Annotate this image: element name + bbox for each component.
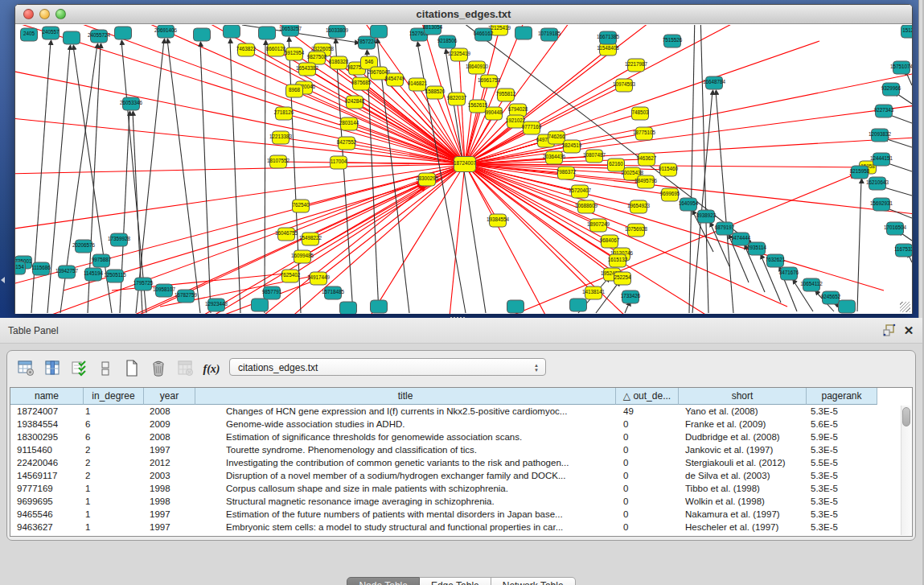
graph-node[interactable]: 2935114 bbox=[747, 242, 767, 255]
table-row[interactable]: 911546021997Tourette syndrome. Phenomeno… bbox=[10, 443, 912, 456]
graph-node[interactable]: 15498222 bbox=[299, 233, 322, 245]
graph-node[interactable]: 8813054 bbox=[423, 25, 443, 35]
graph-node[interactable]: 9474444 bbox=[731, 233, 751, 245]
column-header[interactable]: in_degree bbox=[84, 388, 144, 405]
graph-node[interactable] bbox=[194, 28, 211, 41]
graph-node[interactable] bbox=[115, 27, 132, 39]
column-header[interactable]: short bbox=[679, 388, 807, 405]
graph-node[interactable]: 8938923 bbox=[696, 210, 717, 223]
graph-node[interactable]: 12325419 bbox=[448, 48, 471, 61]
graph-node[interactable]: 12505115 bbox=[104, 270, 126, 282]
graph-node[interactable]: 1640954 bbox=[679, 198, 699, 211]
graph-node[interactable]: 16210643 bbox=[866, 177, 889, 190]
graph-node[interactable]: 17359928 bbox=[108, 233, 131, 246]
graph-node[interactable]: 1588520 bbox=[425, 86, 446, 99]
function-builder-button[interactable]: f(x) bbox=[201, 359, 222, 380]
float-panel-button[interactable] bbox=[882, 323, 897, 338]
graph-node[interactable]: 6879197 bbox=[715, 222, 735, 235]
graph-node[interactable]: 240557 bbox=[42, 27, 60, 39]
graph-node[interactable]: 10688609 bbox=[575, 200, 598, 213]
graph-node[interactable]: 10807487 bbox=[583, 150, 606, 163]
graph-node[interactable]: 8471676 bbox=[779, 267, 799, 280]
graph-node[interactable]: 20691406 bbox=[154, 25, 178, 38]
tab-node-table[interactable]: Node Table bbox=[347, 577, 420, 585]
graph-node[interactable]: 14138141 bbox=[582, 286, 606, 299]
graph-node[interactable]: 1795725 bbox=[133, 278, 154, 290]
table-scrollbar-thumb[interactable] bbox=[902, 407, 910, 426]
graph-node[interactable]: 26053346 bbox=[120, 97, 143, 110]
graph-node[interactable]: 16543382 bbox=[296, 63, 319, 76]
graph-node[interactable]: 9245652 bbox=[821, 291, 841, 304]
graph-node[interactable]: 16046755 bbox=[275, 228, 298, 241]
network-canvas-svg[interactable]: 1872400718300295193845547463822866012859… bbox=[15, 25, 912, 314]
graph-node[interactable] bbox=[340, 302, 357, 314]
column-header[interactable]: title bbox=[195, 388, 616, 405]
graph-node[interactable]: 9777169 bbox=[522, 122, 542, 134]
window-titlebar[interactable]: citations_edges.txt bbox=[15, 5, 912, 24]
new-table-button[interactable] bbox=[121, 359, 142, 380]
table-settings-button[interactable] bbox=[15, 359, 36, 380]
select-column-button[interactable] bbox=[42, 359, 63, 380]
graph-node[interactable]: 748503 bbox=[631, 107, 649, 120]
graph-node[interactable]: 2718126 bbox=[274, 107, 294, 120]
graph-node[interactable]: 14917449 bbox=[307, 272, 331, 285]
graph-node[interactable]: 7463822 bbox=[236, 43, 257, 56]
graph-node[interactable]: 7986372 bbox=[556, 167, 577, 179]
window-resize-grip[interactable] bbox=[900, 302, 910, 312]
graph-node[interactable]: 18300295 bbox=[416, 173, 439, 186]
column-header[interactable]: name bbox=[10, 388, 84, 405]
graph-node[interactable]: 18775105 bbox=[633, 127, 656, 140]
graph-node[interactable]: 252254 bbox=[614, 272, 631, 285]
close-panel-button[interactable]: ✕ bbox=[901, 323, 916, 338]
graph-node[interactable]: 12093832 bbox=[869, 129, 892, 142]
table-row[interactable]: 946554611997Estimation of the future num… bbox=[10, 508, 912, 521]
graph-node[interactable]: 7625402 bbox=[281, 270, 301, 282]
graph-node[interactable]: 5912954 bbox=[285, 47, 305, 60]
graph-node[interactable]: 762540 bbox=[292, 200, 310, 212]
graph-node[interactable]: 1167533 bbox=[894, 244, 912, 257]
graph-node[interactable]: 9242848 bbox=[345, 96, 365, 109]
graph-node[interactable] bbox=[224, 25, 240, 38]
graph-node[interactable]: 15692931 bbox=[870, 198, 893, 211]
graph-node[interactable]: 19654923 bbox=[627, 200, 651, 213]
graph-node[interactable]: 18495796 bbox=[634, 175, 658, 188]
graph-node[interactable]: 16671385 bbox=[597, 31, 620, 44]
graph-node[interactable] bbox=[252, 299, 269, 311]
column-header[interactable]: pagerank bbox=[807, 388, 877, 405]
graph-node[interactable]: 1615132 bbox=[608, 254, 628, 267]
graph-node[interactable]: 8427552 bbox=[337, 137, 357, 150]
tab-network-table[interactable]: Network Table bbox=[491, 577, 576, 585]
graph-node[interactable]: 15718485 bbox=[322, 286, 345, 299]
graph-node[interactable]: 9115460 bbox=[659, 163, 679, 176]
graph-node[interactable]: 16648784 bbox=[703, 76, 726, 89]
network-canvas[interactable]: 1872400718300295193845547463822866012859… bbox=[15, 25, 912, 314]
graph-node[interactable]: 24055724 bbox=[88, 30, 111, 43]
graph-node[interactable]: 16782759 bbox=[175, 290, 198, 303]
graph-node[interactable]: 10719185 bbox=[538, 28, 561, 41]
graph-node[interactable]: 8186328 bbox=[329, 56, 349, 69]
graph-node[interactable]: 12217987 bbox=[625, 59, 648, 72]
graph-node[interactable]: 8454749 bbox=[385, 73, 405, 86]
column-header[interactable]: △ out_de... bbox=[616, 388, 679, 405]
graph-node[interactable]: 117004 bbox=[331, 156, 347, 169]
graph-node[interactable]: 10958107 bbox=[153, 284, 176, 297]
graph-node[interactable]: 7515526 bbox=[663, 35, 683, 47]
column-header[interactable]: year bbox=[144, 388, 195, 405]
graph-node[interactable]: 3824519 bbox=[562, 140, 582, 153]
table-row[interactable]: 977716911998Corpus callosum shape and si… bbox=[10, 482, 912, 495]
graph-node[interactable]: 9463627 bbox=[637, 153, 657, 166]
left-panel-collapse-arrow[interactable] bbox=[1, 277, 5, 283]
graph-node[interactable] bbox=[371, 25, 388, 38]
graph-node[interactable]: 16033809 bbox=[326, 25, 349, 38]
graph-node[interactable]: 12213383 bbox=[269, 131, 293, 144]
graph-node[interactable]: 18907249 bbox=[587, 219, 610, 232]
table-row[interactable]: 1456911722003Disruption of a novel membe… bbox=[10, 469, 912, 482]
graph-node[interactable]: 9975887 bbox=[92, 254, 112, 267]
graph-node[interactable]: 15720407 bbox=[569, 185, 592, 198]
graph-node[interactable] bbox=[507, 300, 524, 313]
table-row[interactable]: 1938455462009Genome-wide association stu… bbox=[10, 418, 912, 431]
graph-node[interactable]: 2803144 bbox=[339, 117, 359, 130]
graph-node[interactable]: 12923448 bbox=[205, 299, 228, 311]
graph-node[interactable] bbox=[64, 31, 80, 44]
graph-node[interactable]: 16961758 bbox=[478, 75, 501, 88]
